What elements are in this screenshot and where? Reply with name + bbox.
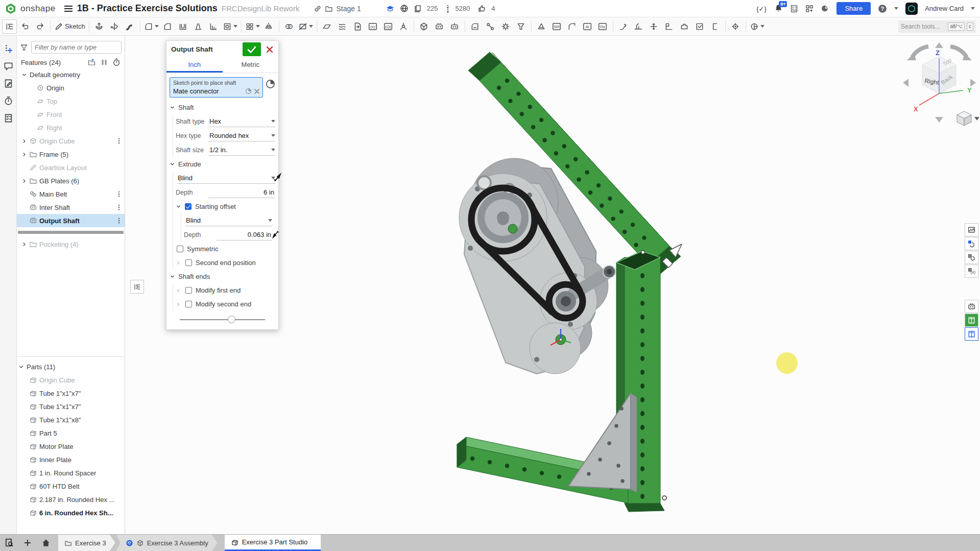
- shaft-size-dropdown[interactable]: 1/2 in.: [208, 145, 275, 156]
- origin-target-icon[interactable]: [728, 19, 743, 34]
- dialog-opacity-slider[interactable]: [180, 313, 265, 326]
- modify-fillet-icon[interactable]: [468, 19, 483, 34]
- find-tab-icon[interactable]: [0, 535, 18, 551]
- modify-second-end-row[interactable]: Modify second end: [176, 297, 275, 311]
- hole-icon[interactable]: [222, 19, 238, 34]
- ai-tool-icon[interactable]: Ai: [580, 19, 595, 34]
- derived-icon[interactable]: [350, 19, 365, 34]
- extrude-icon[interactable]: [92, 19, 107, 34]
- chevron-right-icon[interactable]: [20, 138, 28, 144]
- part-row[interactable]: Inner Plate: [17, 453, 125, 466]
- thumbs-up-icon[interactable]: [478, 5, 486, 13]
- dropdown-caret[interactable]: [256, 25, 260, 30]
- dropdown-caret[interactable]: [309, 25, 313, 30]
- undo-icon[interactable]: [17, 19, 32, 34]
- regen-timer-icon[interactable]: [112, 58, 121, 66]
- slider-knob[interactable]: [228, 316, 235, 323]
- measure-3d-icon[interactable]: [534, 19, 549, 34]
- extrude-type-dropdown[interactable]: Blind: [177, 173, 275, 184]
- doc-tab-exercise-3-assembly[interactable]: Exercise 3 Assembly: [116, 535, 218, 551]
- custom-features-panel-icon[interactable]: [965, 300, 978, 313]
- sketch-icon[interactable]: Sketch: [53, 19, 86, 34]
- second-end-checkbox[interactable]: [185, 259, 192, 266]
- feature-list-icon[interactable]: [2, 19, 17, 34]
- custom-feature-2-icon[interactable]: [447, 19, 462, 34]
- public-globe-icon[interactable]: [400, 4, 409, 13]
- cancel-button[interactable]: [263, 42, 276, 56]
- feature-row-origin[interactable]: Origin: [17, 81, 125, 94]
- add-tab-button[interactable]: [18, 535, 37, 551]
- share-button[interactable]: Share: [836, 2, 871, 15]
- parts-header-row[interactable]: Parts (11): [17, 360, 125, 373]
- mate-connector-icon[interactable]: [396, 19, 411, 34]
- insert-icon[interactable]: [4, 44, 13, 54]
- feature-row-gb-plates-6[interactable]: GB Plates (6): [17, 174, 125, 187]
- modify-first-end-checkbox[interactable]: [185, 287, 192, 294]
- feature-row-inter-shaft[interactable]: Inter Shaft: [17, 201, 125, 214]
- depth-input[interactable]: 6 in: [208, 187, 275, 198]
- offset-flip-direction-icon[interactable]: [271, 229, 280, 238]
- feature-row-default-geometry[interactable]: Default geometry: [17, 68, 125, 81]
- bend-icon[interactable]: [616, 19, 631, 34]
- feature-row-output-shaft[interactable]: Output Shaft: [17, 214, 125, 227]
- fillet-icon[interactable]: [143, 19, 160, 34]
- split-icon[interactable]: [297, 19, 314, 34]
- comments-icon[interactable]: [4, 61, 13, 71]
- plane-icon[interactable]: [320, 19, 334, 34]
- second-end-row[interactable]: Second end position: [176, 256, 275, 270]
- selection-field[interactable]: Sketch point to place shaft Mate connect…: [170, 77, 263, 98]
- feature-row-main-belt[interactable]: Main Belt: [17, 187, 125, 201]
- starting-offset-checkbox[interactable]: [185, 203, 192, 210]
- helix-icon[interactable]: [335, 19, 350, 34]
- part-row[interactable]: Tube 1"x1"x7": [17, 400, 125, 413]
- corner-icon[interactable]: [662, 19, 677, 34]
- filter-icon[interactable]: [20, 43, 28, 52]
- flange-icon[interactable]: [565, 19, 580, 34]
- flip-direction-icon[interactable]: [272, 173, 282, 183]
- home-button[interactable]: [37, 535, 55, 551]
- feature-list-flyout-button[interactable]: [130, 280, 144, 294]
- chamfer-icon[interactable]: [160, 19, 175, 34]
- filter-input[interactable]: [31, 41, 122, 54]
- help-caret[interactable]: [894, 7, 898, 12]
- sheet-metal-icon[interactable]: SM: [549, 19, 564, 34]
- action-items-icon[interactable]: [4, 113, 13, 123]
- draft-icon[interactable]: [191, 19, 206, 34]
- chevron-right-icon[interactable]: [20, 152, 28, 157]
- revolve-icon[interactable]: [107, 19, 122, 34]
- bracket-icon[interactable]: [708, 19, 723, 34]
- move-face-icon[interactable]: [647, 19, 661, 34]
- variable-icon[interactable]: (x): [366, 19, 380, 34]
- symmetric-row[interactable]: Symmetric: [176, 242, 275, 256]
- dog-bone-icon[interactable]: [483, 19, 498, 34]
- extrude-section-header[interactable]: Extrude: [166, 157, 278, 171]
- tasks-list-icon[interactable]: [790, 5, 798, 13]
- tab-inch[interactable]: Inch: [166, 58, 223, 73]
- feature-row-origin-cube[interactable]: Origin Cube: [17, 134, 125, 148]
- doc-tab-exercise-3-part-studio[interactable]: Exercise 3 Part Studio: [225, 535, 321, 551]
- suppress-dots-icon[interactable]: [115, 137, 123, 145]
- display-grid-icon[interactable]: [965, 237, 978, 250]
- copies-icon[interactable]: [414, 5, 422, 13]
- hamburger-menu-icon[interactable]: [64, 5, 73, 12]
- tab-tool-icon[interactable]: [677, 19, 692, 34]
- linear-pattern-icon[interactable]: [244, 19, 261, 34]
- dropdown-caret[interactable]: [760, 25, 764, 30]
- part-row[interactable]: 60T HTD Belt: [17, 480, 125, 493]
- document-title[interactable]: 1B - Practice Exercise Solutions: [77, 3, 218, 14]
- part-row[interactable]: Tube 1"x1"x8": [17, 413, 125, 426]
- docs-green-icon[interactable]: [965, 314, 978, 327]
- part-row[interactable]: 2.187 in. Rounded Hex ...: [17, 493, 125, 506]
- clear-selection-icon[interactable]: [254, 89, 259, 94]
- history-icon[interactable]: [4, 96, 13, 106]
- feature-row-pocketing-4[interactable]: Pocketing (4): [17, 237, 125, 251]
- hex-type-dropdown[interactable]: Rounded hex: [208, 131, 275, 141]
- featurescript-check-icon[interactable]: {✓}: [756, 5, 767, 13]
- feature-row-frame-5[interactable]: Frame (5): [17, 148, 125, 161]
- view-cube[interactable]: Top Right Back Z X Y: [900, 41, 979, 128]
- feature-row-top[interactable]: Top: [17, 94, 125, 108]
- rib-icon[interactable]: [206, 19, 221, 34]
- unfold-icon[interactable]: [631, 19, 646, 34]
- symmetric-checkbox[interactable]: [177, 246, 183, 252]
- feature-row-front[interactable]: Front: [17, 108, 125, 121]
